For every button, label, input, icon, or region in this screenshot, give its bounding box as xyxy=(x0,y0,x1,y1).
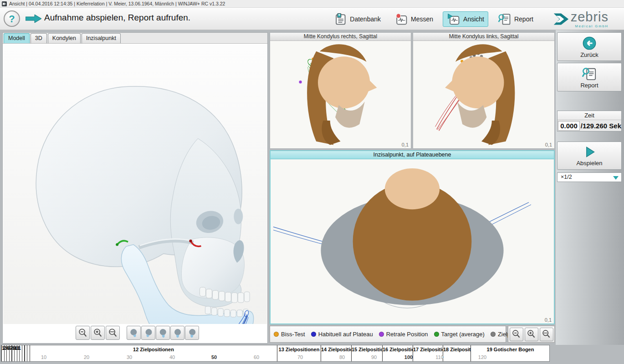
legend-dot-icon xyxy=(491,332,496,337)
chart-incisal-plot[interactable]: 0,1 xyxy=(271,159,554,324)
database-icon xyxy=(333,12,347,26)
magnifier-plus-icon xyxy=(526,329,537,339)
instruction-arrow-icon xyxy=(26,14,42,23)
chart-zoom-reset-button[interactable] xyxy=(540,328,553,341)
skull-view-left-button[interactable] xyxy=(127,326,141,340)
chart-condyle-right-panel: Mitte Kondylus rechts, Sagittal xyxy=(270,32,411,149)
skull-view-front-left-icon xyxy=(158,328,168,338)
model-panel: Modell 3D Kondylen Inzisalpunkt xyxy=(2,32,268,344)
legend-dot-icon xyxy=(434,332,439,337)
chevron-down-icon xyxy=(613,176,619,180)
chart-condyle-left-panel: Mitte Kondylus links, Sagittal xyxy=(413,32,555,149)
timeline-ticks: 102030405060708090100110120 xyxy=(1,345,549,361)
legend-label: Biss-Test xyxy=(281,331,305,338)
zebris-logo: zebris Medical GmbH xyxy=(553,11,609,28)
nav-ansicht-button[interactable]: Ansicht xyxy=(443,11,488,27)
skull-view-front-right-button[interactable] xyxy=(185,326,199,340)
zebris-subtitle: Medical GmbH xyxy=(571,24,609,28)
tab-inzisalpunkt[interactable]: Inzisalpunkt xyxy=(82,33,121,43)
playback-speed-select[interactable]: ×1/2 xyxy=(557,172,622,182)
play-button-label: Abspielen xyxy=(576,160,602,167)
back-button-label: Zurück xyxy=(580,51,598,58)
timeline-tick: 60 xyxy=(254,354,259,360)
skull-3d-viewport[interactable] xyxy=(3,44,267,324)
chart-condyle-right-plot[interactable]: 0,1 xyxy=(270,41,411,148)
skull-eye-socket-far xyxy=(234,209,243,224)
nav-ansicht-label: Ansicht xyxy=(463,15,484,23)
legend-label: Target (average) xyxy=(441,331,485,338)
legend-label: Retrale Position xyxy=(386,331,428,338)
legend-item: Habituell auf Plateau xyxy=(311,331,373,338)
skull-view-front-button[interactable] xyxy=(170,326,184,340)
legend-items: Biss-TestHabituell auf PlateauRetrale Po… xyxy=(274,331,534,338)
charts-region: Mitte Kondylus rechts, Sagittal xyxy=(270,32,555,344)
timeline-tick: 100 xyxy=(404,354,413,360)
time-current-field[interactable]: 0.000 xyxy=(558,121,580,131)
time-total-label: /129.260 Sek xyxy=(581,122,621,130)
condyle-marker-right-red-dot xyxy=(189,239,192,242)
app-icon xyxy=(2,1,7,6)
tab-kondylen[interactable]: Kondylen xyxy=(48,33,81,43)
model-zoom-out-button[interactable] xyxy=(76,326,90,340)
nav-datenbank-button[interactable]: Datenbank xyxy=(329,11,385,27)
scale-label: 0,1 xyxy=(545,142,552,147)
chart-condyle-left-plot[interactable]: 0,1 xyxy=(413,41,554,148)
scale-label: 0,1 xyxy=(402,142,409,147)
help-button[interactable]: ? xyxy=(4,10,20,27)
back-button[interactable]: Zurück xyxy=(557,32,622,61)
model-zoom-in-button[interactable] xyxy=(91,326,105,340)
nav-report-button[interactable]: Report xyxy=(494,11,537,27)
nav-messen-button[interactable]: Messen xyxy=(390,11,437,27)
tab-3d[interactable]: 3D xyxy=(31,33,47,43)
tab-modell[interactable]: Modell xyxy=(4,33,30,43)
condyle-marker-left-green-dot xyxy=(116,243,118,246)
face-profile-right-icon xyxy=(270,41,411,148)
skull-3d-render xyxy=(7,44,262,324)
chart-zoom-toolbar xyxy=(508,326,555,343)
report-button[interactable]: Report xyxy=(557,63,622,91)
report-magnifier-icon xyxy=(582,66,597,81)
window-title: Ansicht | 04.04.2016 12:14:35 | Kieferre… xyxy=(9,1,225,6)
timeline-tick: 110 xyxy=(435,354,444,360)
nav-report-label: Report xyxy=(514,15,533,23)
time-panel-title: Zeit xyxy=(558,111,621,120)
legend-item: Biss-Test xyxy=(274,331,305,338)
chart-incisal-panel: Inzisalpunkt, auf Plateauebene xyxy=(270,150,555,324)
head-top-view-icon xyxy=(271,159,554,324)
sidebar: Zurück Report Zeit 0.000 /129.260 Sek Ab… xyxy=(556,30,624,345)
model-zoom-reset-button[interactable] xyxy=(106,326,120,340)
chart-zoom-out-button[interactable] xyxy=(510,328,523,341)
nav-messen-label: Messen xyxy=(411,15,433,23)
timeline-tick: 10 xyxy=(41,354,46,360)
time-panel: Zeit 0.000 /129.260 Sek xyxy=(557,111,622,131)
magnifier-minus-icon xyxy=(511,329,522,339)
chart-incisal-title: Inzisalpunkt, auf Plateauebene xyxy=(271,151,554,159)
legend-dot-icon xyxy=(274,332,279,337)
timeline-tick: 90 xyxy=(371,354,377,360)
skull-view-front-left-button[interactable] xyxy=(156,326,170,340)
skull-view-right-icon xyxy=(143,328,153,338)
skull-view-left-icon xyxy=(129,328,139,338)
playback-speed-value: ×1/2 xyxy=(561,174,572,180)
zebris-logo-icon xyxy=(553,11,569,27)
timeline-tick: 120 xyxy=(478,354,486,360)
play-button[interactable]: Abspielen xyxy=(557,142,622,170)
header-bar: ? Aufnahme abspielen, Report aufrufen. D… xyxy=(0,8,624,30)
legend-bar: Biss-TestHabituell auf PlateauRetrale Po… xyxy=(270,326,506,343)
nav-datenbank-label: Datenbank xyxy=(350,15,381,23)
view-icon xyxy=(447,12,460,26)
play-icon xyxy=(583,145,596,159)
main-nav: Datenbank Messen Ansicht xyxy=(329,11,537,27)
magnifier-fit-icon xyxy=(107,328,118,339)
skull-view-right-button[interactable] xyxy=(141,326,155,340)
timeline-tick: 80 xyxy=(339,354,345,360)
model-tabs: Modell 3D Kondylen Inzisalpunkt xyxy=(3,33,267,44)
measure-icon xyxy=(394,12,408,26)
timeline-bar[interactable]: 12 Zielpositionen13 Zielpositionen14 Zie… xyxy=(1,345,550,362)
magnifier-fit-icon xyxy=(541,329,552,339)
timeline-tick: 20 xyxy=(84,354,89,360)
legend-item: Retrale Position xyxy=(379,331,428,338)
chart-zoom-in-button[interactable] xyxy=(525,328,538,341)
skull-view-front-right-icon xyxy=(187,328,197,338)
timeline-tick: 30 xyxy=(127,354,132,360)
